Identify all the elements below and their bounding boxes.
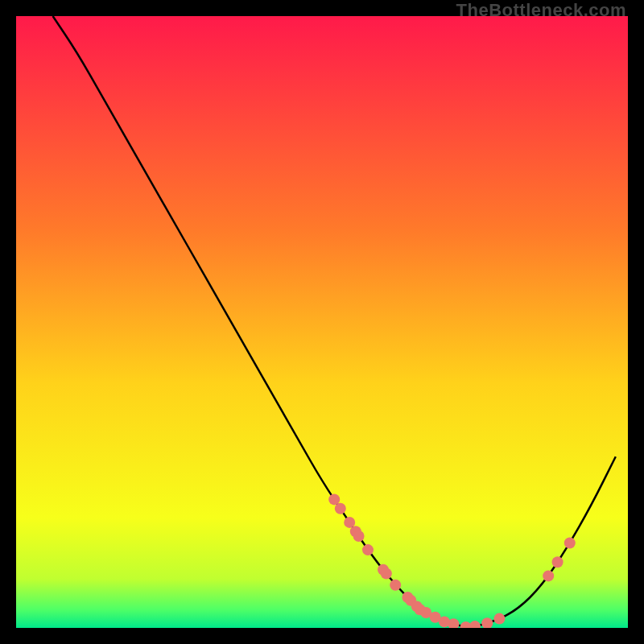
bottleneck-chart	[16, 16, 628, 628]
curve-marker	[362, 544, 374, 555]
curve-marker	[564, 538, 576, 549]
curve-marker	[328, 493, 340, 505]
curve-marker	[381, 568, 392, 580]
curve-marker	[344, 517, 355, 528]
curve-marker	[390, 580, 401, 591]
curve-marker	[543, 570, 554, 581]
curve-marker	[335, 503, 346, 514]
curve-marker	[353, 530, 365, 542]
curve-marker	[493, 613, 505, 625]
curve-marker	[552, 556, 564, 568]
